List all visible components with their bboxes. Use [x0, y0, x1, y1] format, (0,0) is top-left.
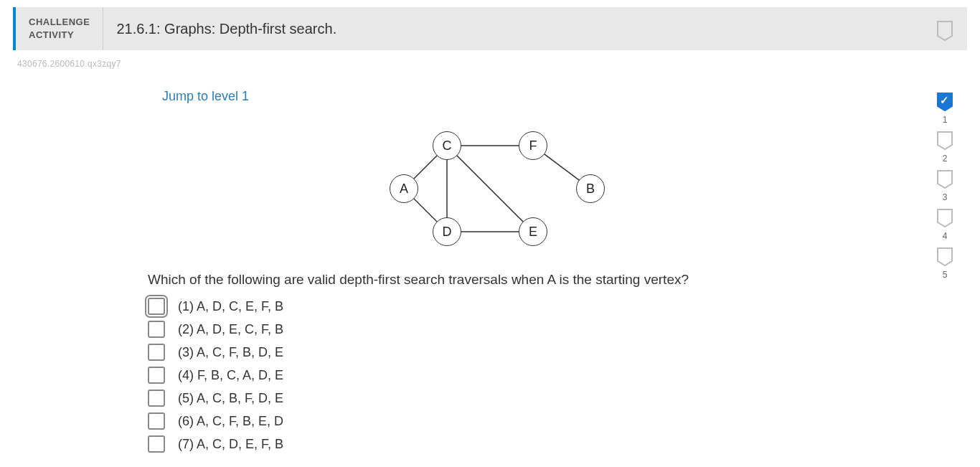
- graph-node-f: F: [519, 131, 547, 160]
- option-label: (5) A, C, B, F, D, E: [178, 391, 283, 406]
- option-label: (2) A, D, E, C, F, B: [178, 322, 283, 337]
- option-checkbox-3[interactable]: [148, 344, 165, 361]
- level-nav: ✓12345: [936, 92, 954, 281]
- shield-icon: [936, 208, 954, 228]
- seed-id: 430676.2600610.qx3zqy7: [13, 50, 967, 69]
- shield-icon: [936, 169, 954, 189]
- graph-node-d: D: [433, 217, 461, 246]
- level-number: 1: [943, 115, 948, 125]
- shield-icon: [936, 131, 954, 151]
- option-row: (3) A, C, F, B, D, E: [148, 341, 845, 364]
- graph-node-c: C: [433, 131, 461, 160]
- content: Jump to level 1 CFABDE Which of the foll…: [13, 69, 967, 456]
- check-icon: ✓: [940, 94, 949, 107]
- level-nav-item-1[interactable]: ✓1: [936, 92, 954, 125]
- option-row: (1) A, D, C, E, F, B: [148, 295, 845, 318]
- level-nav-item-2[interactable]: 2: [936, 131, 954, 164]
- graph-node-e: E: [519, 217, 547, 246]
- level-number: 2: [943, 154, 948, 164]
- level-nav-item-4[interactable]: 4: [936, 208, 954, 241]
- graph-diagram: CFABDE: [368, 124, 612, 253]
- level-nav-item-5[interactable]: 5: [936, 247, 954, 281]
- level-number: 3: [943, 192, 948, 202]
- option-checkbox-2[interactable]: [148, 321, 165, 338]
- jump-to-level-link[interactable]: Jump to level 1: [135, 69, 249, 117]
- option-checkbox-6[interactable]: [148, 412, 165, 430]
- option-label: (7) A, C, D, E, F, B: [178, 437, 283, 452]
- option-label: (4) F, B, C, A, D, E: [178, 368, 283, 383]
- option-label: (6) A, C, F, B, E, D: [178, 414, 283, 429]
- option-row: (6) A, C, F, B, E, D: [148, 410, 845, 433]
- shield-icon: ✓: [936, 92, 954, 112]
- graph-node-a: A: [390, 174, 418, 203]
- options-list: (1) A, D, C, E, F, B(2) A, D, E, C, F, B…: [135, 295, 845, 456]
- bookmark-button[interactable]: [936, 20, 954, 44]
- option-checkbox-7[interactable]: [148, 435, 165, 453]
- option-row: (7) A, C, D, E, F, B: [148, 433, 845, 456]
- option-label: (3) A, C, F, B, D, E: [178, 345, 283, 360]
- header-title: 21.6.1: Graphs: Depth-first search.: [103, 7, 349, 50]
- level-number: 5: [943, 270, 948, 280]
- level-number: 4: [943, 231, 948, 241]
- header-label-line2: ACTIVITY: [29, 29, 90, 42]
- option-row: (4) F, B, C, A, D, E: [148, 364, 845, 387]
- svg-line-3: [447, 146, 533, 232]
- activity-header: CHALLENGE ACTIVITY 21.6.1: Graphs: Depth…: [13, 7, 967, 50]
- option-row: (5) A, C, B, F, D, E: [148, 387, 845, 410]
- option-checkbox-1[interactable]: [148, 298, 165, 315]
- option-checkbox-4[interactable]: [148, 367, 165, 384]
- level-nav-item-3[interactable]: 3: [936, 169, 954, 202]
- option-checkbox-5[interactable]: [148, 390, 165, 407]
- question-text: Which of the following are valid depth-f…: [135, 268, 845, 295]
- option-label: (1) A, D, C, E, F, B: [178, 299, 283, 314]
- bookmark-icon: [936, 32, 954, 44]
- header-label: CHALLENGE ACTIVITY: [16, 7, 103, 50]
- option-row: (2) A, D, E, C, F, B: [148, 318, 845, 341]
- graph-node-b: B: [576, 174, 605, 203]
- shield-icon: [936, 247, 954, 267]
- header-label-line1: CHALLENGE: [29, 16, 90, 29]
